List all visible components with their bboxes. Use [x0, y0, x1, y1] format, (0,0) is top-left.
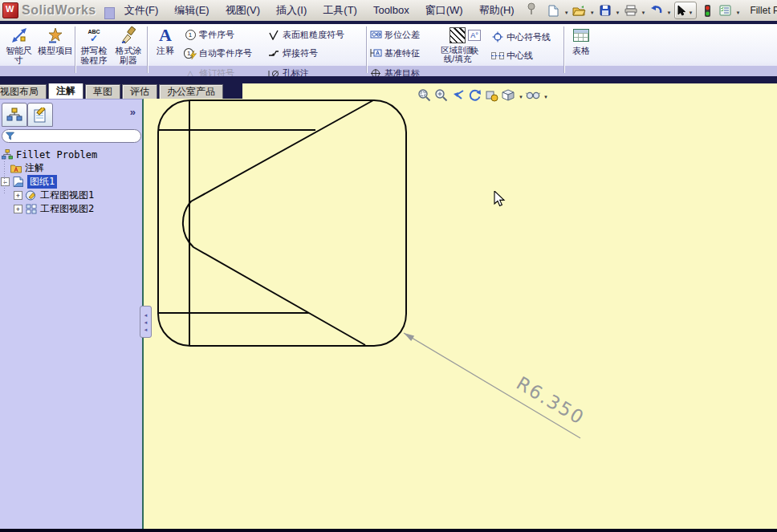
open-dropdown-icon[interactable]: [590, 3, 595, 18]
commandmanager-tabs: 视图布局 注解 草图 评估 办公室产品: [0, 83, 242, 99]
workspace: 视图布局 注解 草图 评估 办公室产品: [0, 83, 777, 529]
auto-balloon-icon: [184, 47, 197, 59]
ribbon-divider: [75, 26, 75, 73]
filter-funnel-icon: [6, 132, 14, 140]
menu-edit[interactable]: 编辑(E): [166, 0, 217, 21]
options-list-icon[interactable]: [717, 2, 733, 18]
tree-root-label[interactable]: Fillet Problem: [16, 149, 97, 160]
ribbon-auto-balloon[interactable]: 自动零件序号: [184, 47, 252, 59]
annotations-folder-icon: [10, 163, 22, 173]
collapse-arrow-icon: [144, 311, 148, 319]
tree-drawing-view1-row[interactable]: 工程图视图1: [0, 189, 141, 202]
menu-file[interactable]: 文件(F): [116, 0, 167, 21]
tree-item-label-selected[interactable]: 图纸1: [27, 175, 57, 189]
pushpin-icon[interactable]: [526, 2, 537, 18]
expand-expander-icon[interactable]: [14, 205, 22, 213]
select-dropdown-icon[interactable]: [688, 3, 693, 18]
save-icon[interactable]: [597, 2, 613, 18]
tree-drawing-view2-row[interactable]: 工程图视图2: [0, 202, 141, 216]
ribbon-geometric-tolerance[interactable]: 形位公差: [369, 28, 420, 41]
ribbon-label: 注释: [157, 46, 174, 55]
model-items-icon: [47, 26, 64, 45]
ribbon-balloon[interactable]: 零件序号: [184, 28, 234, 41]
ribbon-smart-dimension[interactable]: 智能尺寸: [2, 26, 36, 65]
tab-evaluate[interactable]: 评估: [122, 84, 157, 99]
ribbon-centerline[interactable]: 中心线: [491, 49, 533, 62]
ribbon-label: 块: [470, 46, 479, 55]
collapse-expander-icon[interactable]: [1, 177, 10, 186]
tree-filter-input[interactable]: [2, 129, 141, 143]
quick-access-toolbar: [545, 2, 742, 19]
select-tool[interactable]: [674, 2, 697, 19]
print-dropdown-icon[interactable]: [641, 3, 646, 18]
undo-dropdown-icon[interactable]: [667, 3, 672, 18]
ribbon-datum-feature[interactable]: 基准特征: [369, 47, 420, 59]
ribbon-note[interactable]: 注释: [150, 26, 181, 55]
menu-insert[interactable]: 插入(I): [268, 0, 315, 21]
propertymanager-icon: [32, 108, 48, 123]
table-icon: [573, 26, 589, 45]
part-triangle-profile[interactable]: [183, 100, 373, 345]
tree-annotations-row[interactable]: 注解: [0, 161, 141, 175]
menu-view[interactable]: 视图(V): [218, 0, 268, 21]
select-arrow-icon: [677, 5, 686, 16]
dimension-arrowhead: [404, 333, 414, 341]
ribbon-label: 表格: [572, 46, 590, 55]
open-icon[interactable]: [572, 2, 588, 18]
undo-icon[interactable]: [649, 2, 665, 18]
tree-item-label[interactable]: 工程图视图2: [40, 202, 94, 216]
block-icon: [468, 26, 481, 45]
menu-toolbox[interactable]: Toolbox: [365, 0, 417, 21]
new-document-icon[interactable]: [546, 2, 562, 18]
part-outline-rounded-square[interactable]: [158, 100, 406, 346]
ribbon-block[interactable]: 块: [463, 26, 486, 55]
menu-help[interactable]: 帮助(H): [471, 0, 523, 21]
tab-view-layout[interactable]: 视图布局: [0, 84, 47, 99]
tab-sketch[interactable]: 草图: [85, 84, 120, 99]
tab-annotation[interactable]: 注解: [48, 83, 83, 99]
feature-manager-panel: Fillet Problem 注解 图纸1: [0, 99, 144, 529]
ribbon-model-items[interactable]: 模型项目: [38, 26, 73, 55]
tab-propertymanager[interactable]: [27, 103, 53, 127]
datum-feature-icon: [369, 47, 382, 59]
print-icon[interactable]: [623, 2, 639, 18]
ribbon-format-painter[interactable]: 格式涂刷器: [112, 26, 145, 65]
ribbon-divider: [563, 26, 564, 73]
panel-splitter-handle[interactable]: [140, 306, 152, 338]
tree-connector: [4, 159, 5, 194]
menu-window[interactable]: 窗口(W): [417, 0, 471, 21]
tree-sheet1-row[interactable]: 图纸1: [0, 175, 141, 189]
feature-tree: Fillet Problem 注解 图纸1: [0, 148, 141, 216]
tree-item-label[interactable]: 工程图视图1: [40, 189, 94, 202]
tab-featuremanager-tree[interactable]: [2, 103, 27, 127]
radius-dimension[interactable]: R6.350: [404, 333, 588, 438]
tree-item-label[interactable]: 注解: [25, 161, 44, 175]
options-dropdown-icon[interactable]: [735, 3, 740, 18]
ribbon-label: 拼写检验程序: [77, 46, 111, 65]
title-menu-bar: SolidWorks 文件(F) 编辑(E) 视图(V) 插入(I) 工具(T)…: [0, 0, 777, 21]
tree-root-row[interactable]: Fillet Problem: [0, 148, 141, 161]
traffic-light-icon[interactable]: [699, 2, 715, 18]
ribbon-weld-symbol[interactable]: 焊接符号: [267, 47, 318, 59]
drawing-sheet[interactable]: R6.350: [144, 99, 777, 529]
dimension-leader-line[interactable]: [404, 333, 580, 438]
solidworks-window: SolidWorks 文件(F) 编辑(E) 视图(V) 插入(I) 工具(T)…: [0, 0, 777, 532]
ribbon-center-mark[interactable]: 中心符号线: [491, 30, 551, 43]
menu-tools[interactable]: 工具(T): [315, 0, 365, 21]
ribbon-label: 中心符号线: [506, 31, 551, 43]
ribbon-surface-finish[interactable]: 表面粗糙度符号: [267, 28, 344, 41]
ribbon-table[interactable]: 表格: [567, 26, 596, 55]
ribbon-label: 格式涂刷器: [112, 46, 145, 65]
new-dropdown-icon[interactable]: [564, 3, 569, 18]
ribbon-spell-checker[interactable]: 拼写检验程序: [77, 26, 111, 65]
expand-expander-icon[interactable]: [14, 191, 22, 200]
note-icon: [159, 26, 172, 45]
menu-collapse-chip[interactable]: [104, 7, 115, 19]
ribbon-label: 基准特征: [384, 47, 420, 59]
tab-office-products[interactable]: 办公室产品: [159, 84, 223, 99]
save-dropdown-icon[interactable]: [616, 3, 620, 18]
panel-expand-chevron-icon[interactable]: [130, 106, 136, 118]
command-manager-ribbon: 智能尺寸 模型项目 拼写检验程序 格式涂刷器 注释: [0, 24, 777, 76]
collapse-arrow-icon: [144, 326, 148, 333]
collapse-arrow-icon: [144, 319, 148, 326]
